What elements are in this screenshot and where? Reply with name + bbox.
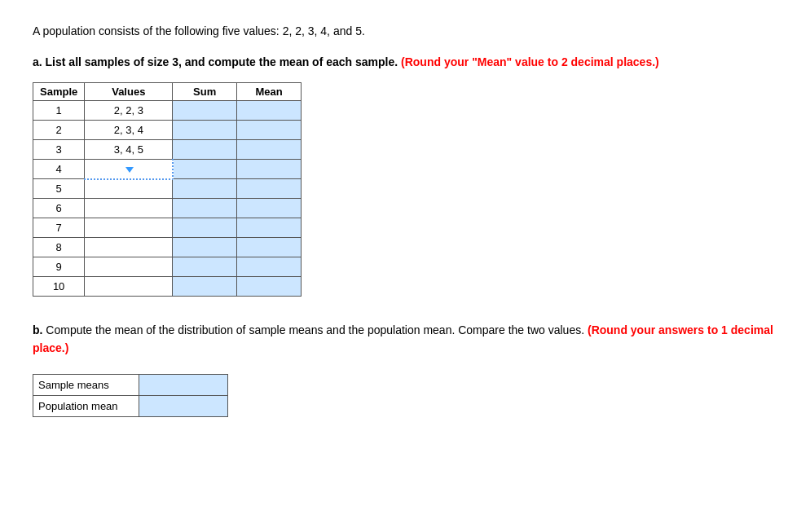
values-cell-9 [85, 257, 173, 277]
values-cell-1: 2, 2, 3 [85, 101, 173, 121]
sum-cell-7[interactable] [173, 218, 237, 238]
sum-input-9[interactable] [173, 257, 236, 276]
part-b-label: b. Compute the mean of the distribution … [33, 321, 777, 358]
mean-input-1[interactable] [237, 101, 301, 120]
mean-cell-6[interactable] [237, 199, 302, 218]
sample-number-2: 2 [33, 121, 85, 140]
mean-cell-4[interactable] [237, 160, 302, 179]
part-a-highlight: (Round your "Mean" value to 2 decimal pl… [401, 55, 659, 68]
table-row: 12, 2, 3 [33, 101, 302, 121]
sum-input-1[interactable] [173, 101, 236, 120]
mean-cell-3[interactable] [237, 140, 302, 160]
sample-number-3: 3 [33, 140, 85, 160]
mean-cell-8[interactable] [237, 238, 302, 257]
sample-number-1: 1 [33, 101, 85, 121]
table-row: 5 [33, 179, 302, 199]
population-mean-label: Population mean [33, 395, 139, 416]
sum-input-2[interactable] [173, 121, 236, 139]
sum-input-10[interactable] [173, 277, 236, 296]
sum-input-7[interactable] [173, 218, 236, 237]
table-row: 4 [33, 160, 302, 179]
intro-text: A population consists of the following f… [33, 24, 777, 37]
sample-number-4: 4 [33, 160, 85, 179]
sum-cell-5[interactable] [173, 179, 237, 199]
population-mean-input[interactable] [139, 396, 227, 416]
mean-input-5[interactable] [237, 179, 301, 198]
values-cell-5 [85, 179, 173, 199]
sum-cell-3[interactable] [173, 140, 237, 160]
sample-number-9: 9 [33, 257, 85, 277]
table-header-row: Sample Values Sum Mean [33, 83, 302, 101]
part-a-text: a. List all samples of size 3, and compu… [33, 55, 398, 68]
mean-cell-7[interactable] [237, 218, 302, 238]
sum-input-8[interactable] [173, 238, 236, 257]
part-a-section: a. List all samples of size 3, and compu… [33, 54, 777, 297]
dropdown-arrow-icon[interactable] [125, 167, 134, 173]
part-a-label: a. List all samples of size 3, and compu… [33, 54, 777, 71]
bottom-table-row: Population mean [33, 395, 228, 416]
sample-number-6: 6 [33, 199, 85, 218]
mean-input-6[interactable] [237, 199, 301, 218]
sum-input-3[interactable] [173, 140, 236, 159]
col-header-sample: Sample [33, 83, 85, 101]
sum-input-6[interactable] [173, 199, 236, 218]
sum-cell-2[interactable] [173, 121, 237, 140]
population-mean-input-cell[interactable] [139, 395, 227, 416]
values-cell-4 [85, 160, 173, 179]
sample-number-7: 7 [33, 218, 85, 238]
main-table-wrapper: Sample Values Sum Mean 12, 2, 322, 3, 43… [33, 82, 777, 297]
sum-input-5[interactable] [173, 179, 236, 198]
mean-input-8[interactable] [237, 238, 301, 257]
part-b-text: Compute the mean of the distribution of … [46, 323, 588, 336]
col-header-mean: Mean [237, 83, 302, 101]
main-table: Sample Values Sum Mean 12, 2, 322, 3, 43… [33, 82, 302, 297]
sample-means-input[interactable] [139, 375, 227, 395]
table-row: 22, 3, 4 [33, 121, 302, 140]
sample-number-5: 5 [33, 179, 85, 199]
sum-cell-10[interactable] [173, 277, 237, 297]
values-cell-7 [85, 218, 173, 238]
values-cell-3: 3, 4, 5 [85, 140, 173, 160]
part-b-bold-prefix: b. [33, 323, 42, 336]
bottom-table-wrapper: Sample meansPopulation mean [33, 374, 777, 417]
mean-input-9[interactable] [237, 257, 301, 276]
part-b-section: b. Compute the mean of the distribution … [33, 321, 777, 417]
col-header-values: Values [85, 83, 173, 101]
sum-input-4[interactable] [174, 160, 236, 178]
mean-input-3[interactable] [237, 140, 301, 159]
mean-cell-5[interactable] [237, 179, 302, 199]
table-row: 7 [33, 218, 302, 238]
sample-means-label: Sample means [33, 374, 139, 395]
table-row: 8 [33, 238, 302, 257]
col-header-sum: Sum [173, 83, 237, 101]
mean-cell-1[interactable] [237, 101, 302, 121]
values-cell-6 [85, 199, 173, 218]
sum-cell-6[interactable] [173, 199, 237, 218]
sample-number-8: 8 [33, 238, 85, 257]
mean-cell-2[interactable] [237, 121, 302, 140]
table-row: 6 [33, 199, 302, 218]
bottom-table: Sample meansPopulation mean [33, 374, 228, 417]
sample-number-10: 10 [33, 277, 85, 297]
table-row: 33, 4, 5 [33, 140, 302, 160]
values-cell-2: 2, 3, 4 [85, 121, 173, 140]
mean-input-4[interactable] [237, 160, 301, 178]
mean-cell-10[interactable] [237, 277, 302, 297]
mean-input-7[interactable] [237, 218, 301, 237]
sum-cell-9[interactable] [173, 257, 237, 277]
mean-input-2[interactable] [237, 121, 301, 139]
mean-input-10[interactable] [237, 277, 301, 296]
sum-cell-1[interactable] [173, 101, 237, 121]
mean-cell-9[interactable] [237, 257, 302, 277]
sum-cell-8[interactable] [173, 238, 237, 257]
values-cell-10 [85, 277, 173, 297]
values-cell-8 [85, 238, 173, 257]
table-row: 9 [33, 257, 302, 277]
table-row: 10 [33, 277, 302, 297]
bottom-table-row: Sample means [33, 374, 228, 395]
sum-cell-4[interactable] [173, 160, 237, 179]
sample-means-input-cell[interactable] [139, 374, 227, 395]
